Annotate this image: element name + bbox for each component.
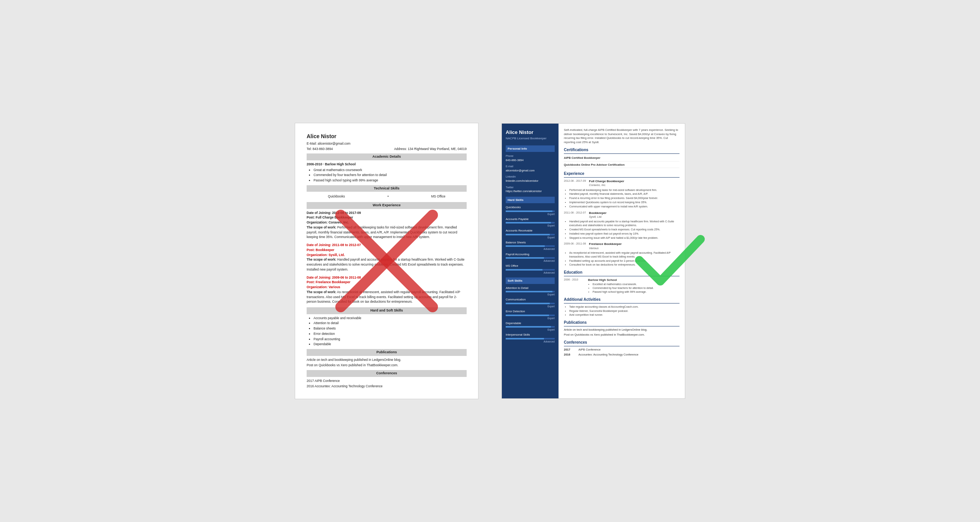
exp-bullet: Stopped a recurring issue with A/P and h… [569, 236, 679, 240]
email-label: E-mail [506, 165, 555, 168]
phone-value: 843-860-3894 [506, 158, 555, 163]
resume-summary: Self-motivated, full-charge AIPB Certifi… [564, 128, 679, 144]
exp-bullet: As receptionist at Interescent, assisted… [569, 251, 679, 259]
academic-list: Great at mathematics coursework Commende… [307, 168, 467, 183]
personal-info-title: Personal Info [506, 145, 555, 152]
experience-section-title: Experience [564, 171, 679, 178]
conferences-content: 2017 AIPB Conference 2016 Accountex: Acc… [307, 378, 467, 389]
skill-item-2: Attention to detail [314, 321, 467, 326]
soft-skill-1: Communication Expert [506, 298, 555, 308]
exp-bullet: Handled payroll and accounts payable for… [569, 220, 679, 227]
exp-bullet: Consulted for book on tax deductions for… [569, 263, 679, 267]
exp-bullet: Created MS Excel spreadsheets to track e… [569, 228, 679, 232]
right-resume-wrapper: Alice Nistor NACPB Licensed Bookkeeper P… [501, 123, 685, 399]
edu-0: 2006 - 2010 Barlow High School Excelled … [564, 278, 679, 294]
conf-right-1: 2016 Accountex: Accounting Technology Co… [564, 353, 679, 357]
hard-skill-5: MS Office Advanced [506, 264, 555, 274]
publications-list: Article on tech and bookkeeping publishe… [564, 328, 679, 337]
academic-item-1: Great at mathematics coursework [314, 168, 467, 173]
job-2-scope: The scope of work: Handled payroll and a… [307, 257, 467, 272]
exp-job-2: 2009-06 - 2011-08 Freelance Bookkeeper V… [564, 242, 679, 267]
left-name: Alice Nistor [307, 132, 467, 140]
cert-0: AIPB Certified Bookkeeper [564, 155, 679, 161]
soft-skill-2: Error Detection Expert [506, 310, 555, 320]
experience-list: 2012-08 - 2017-09 Full Charge Bookkeeper… [564, 179, 679, 267]
activities-list: Take regular accounting classes at Accou… [564, 305, 679, 317]
skill-item-1: Accounts payable and receivable [314, 316, 467, 321]
left-resume: Alice Nistor E-Mail: alicenistor@gmail.c… [295, 123, 479, 399]
education-list: 2006 - 2010 Barlow High School Excelled … [564, 278, 679, 294]
resume-sidebar: Alice Nistor NACPB Licensed Bookkeeper P… [502, 124, 559, 398]
soft-skills-list: Attention to Detail Expert Communication… [506, 286, 555, 343]
right-resume: Alice Nistor NACPB Licensed Bookkeeper P… [501, 123, 685, 399]
activity-item: Take regular accounting classes at Accou… [569, 305, 679, 309]
twitter-label: Twitter [506, 186, 555, 189]
academic-header: Academic Details [307, 153, 467, 160]
job-1: Date of Joining: 2012-08 to 2017-09 Post… [307, 210, 467, 240]
job-3-scope: The scope of work: As receptionist at In… [307, 290, 467, 304]
hard-skill-1: Accounts Payable Expert [506, 217, 555, 228]
soft-skill-3: Dependable Expert [506, 321, 555, 332]
right-name: Alice Nistor [506, 129, 555, 136]
soft-skill-0: Attention to Detail Expert [506, 286, 555, 297]
exp-bullet: Communicated with upper management to in… [569, 205, 679, 209]
job-3-org: Organization: Various [307, 285, 467, 290]
job-1-post: Post: Full Charge Bookkeeper [307, 215, 467, 220]
left-address: Address: 134 Rightward Way Portland, ME,… [394, 147, 467, 152]
exp-bullet: Handled payroll, monthly financial state… [569, 192, 679, 196]
job-2-org: Organization: Sysill, Ltd. [307, 253, 467, 258]
job-3-date: Date of Joining: 2009-06 to 2011-08 [307, 275, 467, 280]
exp-bullet: Performed all bookkeeping tasks for mid-… [569, 188, 679, 192]
job-2-post: Post: Bookkeeper [307, 248, 467, 253]
skill-quickbooks: Quickbooks [328, 194, 345, 199]
pub-1: Article on tech and bookkeeping publishe… [307, 357, 467, 362]
academic-item-2: Commended by four teachers for attention… [314, 173, 467, 178]
soft-skill-4: Interpersonal Skills Advanced [506, 333, 555, 343]
exp-bullet: Implemented Quickbooks system to cut rec… [569, 201, 679, 204]
hard-skills-title: Hard Skills [506, 197, 555, 203]
academic-school: 2006-2010 · Barlow High School [307, 162, 467, 167]
hard-skills-list: Quickbooks Expert Accounts Payable Exper… [506, 206, 555, 274]
cert-1: Quickbooks Online Pro Advisor Certificat… [564, 162, 679, 168]
publications-header: Publications [307, 349, 467, 356]
job-1-date: Date of Joining: 2012-08 to 2017-09 [307, 210, 467, 215]
hard-skill-2: Accounts Receivable Expert [506, 229, 555, 239]
certs-list: AIPB Certified BookkeeperQuickbooks Onli… [564, 155, 679, 168]
hard-skill-3: Balance Sheets Advanced [506, 241, 555, 251]
activity-item: Regular listener, Successful Bookkeeper … [569, 309, 679, 313]
edu-bullet: Commended by four teachers for attention… [593, 286, 654, 290]
job-1-org: Organization: Coraveo, Inc. [307, 220, 467, 225]
technical-skills: Quickbooks • MS Office [307, 193, 467, 200]
work-header: Work Experience [307, 202, 467, 209]
conferences-section-title: Conferences [564, 340, 679, 346]
academic-item-3: Passed high school typing with 99% avera… [314, 178, 467, 183]
job-2-date: Date of Joining: 2011-08 to 2012-07 [307, 243, 467, 248]
job-3-post: Post: Freelance Bookkeeper [307, 280, 467, 285]
conf-1: 2017 AIPB Conference [307, 378, 467, 383]
email-value: alicenistor@gmail.com [506, 169, 555, 173]
right-title: NACPB Licensed Bookkeeper [506, 137, 555, 140]
pub-2: Post on Quickbooks vs Xero published in … [307, 363, 467, 368]
publications-content: Article on tech and bookkeeping publishe… [307, 357, 467, 368]
twitter-value: https://twitter.com/alicenistor [506, 189, 555, 194]
hard-skill-0: Quickbooks Expert [506, 206, 555, 216]
job-2: Date of Joining: 2011-08 to 2012-07 Post… [307, 243, 467, 272]
left-contact-row: Tel: 843-860-3894 Address: 134 Rightward… [307, 147, 467, 152]
edu-bullet: Passed high school typing with 99% avera… [593, 290, 654, 294]
skill-bullet: • [387, 194, 389, 199]
left-resume-wrapper: Alice Nistor E-Mail: alicenistor@gmail.c… [295, 123, 479, 399]
conferences-list: 2017 AIPB Conference 2016 Accountex: Acc… [564, 348, 679, 357]
exp-bullet: Facilitated setting up accounts and payr… [569, 259, 679, 263]
skill-item-6: Dependable [314, 342, 467, 347]
publications-section-title: Publications [564, 320, 679, 326]
job-1-scope: The scope of work: Performed all bookkee… [307, 225, 467, 240]
education-section-title: Education [564, 270, 679, 276]
skill-item-5: Payroll accounting [314, 337, 467, 342]
skills-header: Hard and Soft Skills [307, 307, 467, 314]
left-email: E-Mail: alicenistor@gmail.com [307, 141, 467, 146]
activity-item: Avid competition trail runner. [569, 313, 679, 317]
conf-right-0: 2017 AIPB Conference [564, 348, 679, 352]
job-3: Date of Joining: 2009-06 to 2011-08 Post… [307, 275, 467, 305]
skill-msoffice: MS Office [431, 194, 445, 199]
technical-header: Technical Skills [307, 185, 467, 192]
